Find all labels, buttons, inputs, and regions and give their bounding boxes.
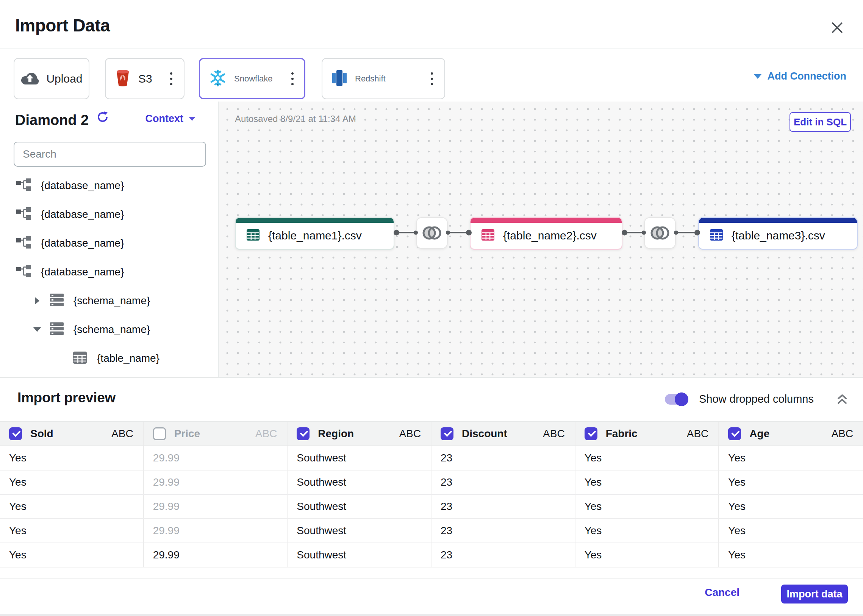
table-icon	[73, 351, 87, 366]
tree-item-schema[interactable]: {schema_name}	[0, 315, 218, 344]
tree-item-database[interactable]: {database_name}	[0, 171, 218, 200]
column-type-badge: ABC	[255, 428, 277, 440]
database-icon	[16, 178, 32, 193]
connection-card-snowflake[interactable]: Snowflake Crystal 1	[199, 58, 305, 99]
flow-node-table3[interactable]: {table_name3}.csv	[698, 217, 858, 250]
connection-card-redshift[interactable]: Redshift Canvas Sales	[322, 58, 445, 99]
join-node-icon[interactable]	[416, 217, 448, 249]
add-connection-button[interactable]: Add Connection	[754, 71, 846, 82]
join-node-icon[interactable]	[644, 217, 676, 249]
context-label: Context	[145, 113, 184, 125]
column-header-region: Region ABC	[288, 422, 432, 446]
table-row: Yes 29.99 Southwest 23 Yes Yes	[0, 495, 863, 519]
caret-down-icon	[189, 117, 195, 121]
refresh-icon[interactable]	[96, 111, 109, 125]
upload-button[interactable]: Upload	[14, 58, 90, 99]
s3-label: S3	[138, 72, 152, 85]
snowflake-type-label: Snowflake	[234, 74, 282, 84]
main-area: Diamond 2 Context {database_name} {datab…	[0, 102, 863, 377]
column-checkbox[interactable]	[728, 427, 741, 440]
flow-node-table2[interactable]: {table_name2}.csv	[470, 217, 622, 250]
table-icon	[246, 229, 260, 242]
column-type-badge: ABC	[112, 428, 134, 440]
toggle-label: Show dropped columns	[699, 393, 814, 405]
column-header-age: Age ABC	[719, 422, 863, 446]
data-source-toolbar: Upload S3	[0, 50, 863, 102]
modal-footer: Cancel Import data	[0, 580, 863, 614]
kebab-menu-icon[interactable]	[168, 70, 174, 88]
dataset-title: Diamond 2	[15, 112, 89, 128]
import-data-modal: Import Data Upload	[0, 0, 863, 616]
column-checkbox[interactable]	[585, 427, 597, 440]
flow-canvas[interactable]: Autosaved 8/9/21 at 11:34 AM Edit in SQL…	[219, 102, 863, 377]
connector-line	[448, 232, 469, 233]
database-icon	[16, 264, 32, 280]
column-checkbox[interactable]	[297, 427, 310, 440]
caret-down-icon	[754, 74, 761, 79]
schema-tree: {database_name} {database_name} {databas…	[0, 171, 218, 373]
tree-item-table[interactable]: {table_name}	[0, 344, 218, 373]
import-preview-section: Import preview Show dropped columns Sold…	[0, 377, 863, 580]
kebab-menu-icon[interactable]	[289, 70, 296, 88]
tree-item-database[interactable]: {database_name}	[0, 258, 218, 286]
context-dropdown[interactable]: Context	[145, 113, 196, 125]
import-preview-title: Import preview	[17, 390, 116, 406]
connection-card-s3[interactable]: S3	[105, 58, 184, 99]
schema-browser-sidebar: Diamond 2 Context {database_name} {datab…	[0, 102, 219, 377]
edit-in-sql-button[interactable]: Edit in SQL	[789, 112, 851, 132]
column-header-price: Price ABC	[144, 422, 288, 446]
show-dropped-columns-toggle[interactable]	[665, 394, 688, 405]
collapse-section-icon[interactable]	[836, 393, 848, 405]
database-icon	[16, 207, 32, 222]
column-type-badge: ABC	[543, 428, 565, 440]
connector-line	[624, 232, 644, 233]
preview-table: Sold ABC Price ABC Region ABC Discount A…	[0, 421, 863, 578]
caret-down-icon[interactable]	[33, 327, 41, 332]
page-background-strip	[0, 614, 863, 616]
connector-line	[676, 232, 698, 233]
schema-icon	[49, 322, 64, 337]
column-header-fabric: Fabric ABC	[575, 422, 719, 446]
connector-line	[396, 232, 416, 233]
import-data-button[interactable]: Import data	[781, 585, 848, 603]
node-color-bar	[699, 218, 857, 223]
table-icon	[710, 229, 723, 242]
caret-right-icon[interactable]	[33, 297, 41, 305]
column-type-badge: ABC	[687, 428, 709, 440]
table-row-partial	[0, 567, 863, 578]
redshift-icon	[332, 69, 347, 89]
column-checkbox[interactable]	[440, 427, 453, 440]
schema-icon	[49, 293, 64, 308]
column-type-badge: ABC	[399, 428, 421, 440]
table-body: Yes 29.99 Southwest 23 Yes Yes Yes 29.99…	[0, 446, 863, 578]
redshift-type-label: Redshift	[355, 74, 421, 84]
tree-item-database[interactable]: {database_name}	[0, 200, 218, 229]
table-row: Yes 29.99 Southwest 23 Yes Yes	[0, 446, 863, 470]
snowflake-icon	[208, 69, 227, 89]
table-icon	[481, 229, 495, 242]
column-header-sold: Sold ABC	[0, 422, 144, 446]
column-type-badge: ABC	[831, 428, 853, 440]
upload-cloud-icon	[20, 71, 39, 86]
page-title: Import Data	[15, 15, 110, 36]
s3-icon	[115, 69, 131, 89]
modal-header: Import Data	[0, 0, 863, 49]
table-row: Yes 29.99 Southwest 23 Yes Yes	[0, 519, 863, 543]
cancel-button[interactable]: Cancel	[705, 586, 739, 599]
column-checkbox[interactable]	[153, 427, 166, 440]
flow-node-table1[interactable]: {table_name1}.csv	[235, 217, 395, 250]
upload-label: Upload	[46, 72, 82, 85]
column-header-discount: Discount ABC	[432, 422, 575, 446]
node-color-bar	[470, 218, 622, 223]
tree-item-schema[interactable]: {schema_name}	[0, 286, 218, 315]
close-icon[interactable]	[829, 20, 846, 36]
toggle-knob	[675, 393, 689, 406]
search-input[interactable]	[14, 142, 206, 167]
tree-item-database[interactable]: {database_name}	[0, 229, 218, 258]
table-row: Yes 29.99 Southwest 23 Yes Yes	[0, 543, 863, 567]
add-connection-label: Add Connection	[767, 71, 846, 82]
column-checkbox[interactable]	[9, 427, 22, 440]
node-color-bar	[236, 218, 394, 223]
kebab-menu-icon[interactable]	[429, 70, 435, 88]
autosave-status: Autosaved 8/9/21 at 11:34 AM	[235, 114, 356, 124]
